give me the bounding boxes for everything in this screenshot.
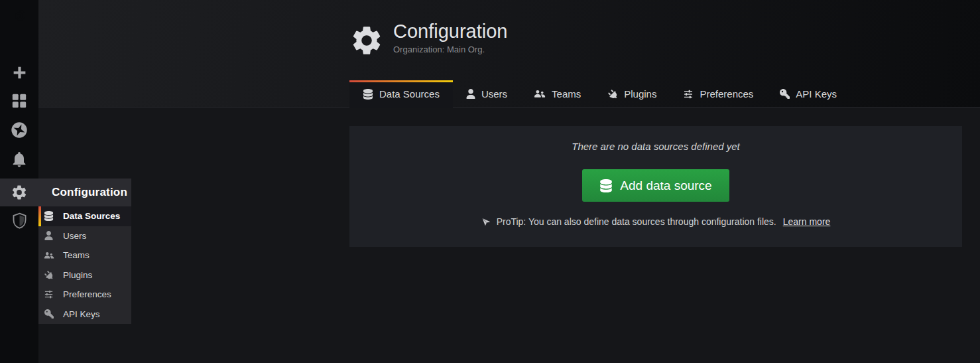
main-area: Configuration Organization: Main Org. Da… — [38, 0, 980, 363]
flyout-item-plugins[interactable]: Plugins — [38, 265, 131, 285]
config-tabs: Data Sources Users Teams Plugins Prefere… — [349, 80, 850, 108]
flyout-item-label: Teams — [63, 250, 90, 260]
flyout-item-teams[interactable]: Teams — [38, 246, 131, 265]
tab-api-keys[interactable]: API Keys — [766, 80, 850, 108]
flyout-item-label: Data Sources — [63, 211, 120, 221]
tab-label: Data Sources — [379, 88, 440, 100]
dashboards-icon[interactable] — [0, 92, 38, 109]
grafana-logo[interactable] — [0, 3, 38, 27]
database-icon — [43, 211, 54, 221]
tab-plugins[interactable]: Plugins — [594, 80, 670, 108]
tab-preferences[interactable]: Preferences — [670, 80, 766, 108]
create-icon[interactable] — [0, 64, 38, 81]
user-icon — [466, 89, 475, 99]
protip-line: ProTip: You can also define data sources… — [481, 216, 831, 227]
sidebar-item-configuration[interactable]: Configuration — [0, 179, 131, 206]
key-icon — [43, 309, 54, 319]
key-icon — [780, 89, 790, 99]
configuration-flyout-menu: Data Sources Users Teams Plugins Prefere… — [38, 206, 131, 324]
sliders-icon — [683, 89, 694, 100]
configuration-gear-icon — [349, 23, 384, 60]
gear-icon — [0, 184, 38, 201]
database-icon — [363, 89, 373, 100]
flyout-item-label: Plugins — [63, 270, 92, 280]
tab-users[interactable]: Users — [453, 80, 521, 108]
tab-teams[interactable]: Teams — [521, 80, 594, 108]
page-title: Configuration — [393, 21, 508, 42]
explore-compass-icon[interactable] — [0, 121, 38, 139]
flyout-item-users[interactable]: Users — [38, 226, 131, 246]
plug-icon — [607, 89, 618, 100]
tab-data-sources[interactable]: Data Sources — [349, 80, 453, 108]
page-header: Configuration Organization: Main Org. Da… — [38, 0, 980, 108]
flyout-item-api-keys[interactable]: API Keys — [38, 305, 131, 325]
tab-label: Teams — [552, 88, 581, 100]
flyout-title: Configuration — [52, 186, 127, 199]
flyout-item-label: Preferences — [63, 289, 111, 299]
add-button-label: Add data source — [620, 179, 711, 193]
empty-state-message: There are no data sources defined yet — [572, 141, 740, 152]
user-icon — [43, 231, 54, 240]
team-icon — [534, 89, 546, 99]
page-content: There are no data sources defined yet Ad… — [38, 108, 980, 247]
tab-label: Plugins — [624, 88, 656, 100]
learn-more-link[interactable]: Learn more — [783, 216, 831, 227]
tab-label: Users — [481, 88, 507, 100]
data-sources-empty-panel: There are no data sources defined yet Ad… — [349, 126, 962, 247]
flyout-item-label: API Keys — [63, 309, 100, 319]
flyout-item-data-sources[interactable]: Data Sources — [38, 206, 131, 226]
alerting-bell-icon[interactable] — [0, 150, 38, 169]
team-icon — [43, 251, 54, 260]
rocket-icon — [481, 217, 491, 227]
flyout-item-preferences[interactable]: Preferences — [38, 285, 131, 305]
add-data-source-button[interactable]: Add data source — [582, 169, 729, 202]
protip-text: ProTip: You can also define data sources… — [497, 216, 776, 227]
sliders-icon — [43, 289, 54, 299]
tab-label: Preferences — [700, 88, 753, 100]
tab-label: API Keys — [796, 88, 837, 100]
flyout-item-label: Users — [63, 231, 86, 241]
plug-icon — [43, 270, 54, 280]
page-subtitle: Organization: Main Org. — [393, 44, 508, 54]
database-icon — [599, 179, 613, 192]
server-admin-shield-icon[interactable] — [0, 212, 38, 230]
